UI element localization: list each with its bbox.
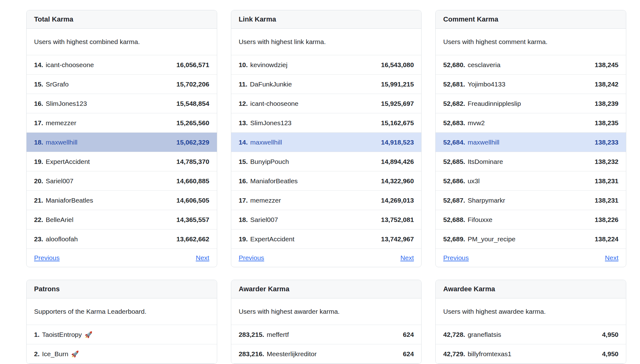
leaderboard-row[interactable]: 15. BunyipPouch 14,894,426 bbox=[231, 152, 422, 171]
row-username: billyfromtexas1 bbox=[468, 350, 511, 358]
row-username: ItsDominare bbox=[468, 158, 503, 165]
row-rank: 283,215. bbox=[239, 331, 264, 338]
row-username: maxwellhill bbox=[468, 139, 499, 146]
leaderboard-row[interactable]: 21. ManiaforBeatles 14,606,505 bbox=[27, 191, 217, 210]
previous-link[interactable]: Previous bbox=[34, 254, 60, 262]
row-karma-value: 4,950 bbox=[602, 350, 618, 358]
leaderboard-row[interactable]: 2. Ice_Burn 🚀 bbox=[27, 344, 217, 364]
leaderboard-row[interactable]: 20. Sariel007 14,660,885 bbox=[27, 171, 217, 191]
leaderboard-row[interactable]: 283,215. meffertf 624 bbox=[231, 325, 422, 344]
row-username: Freaudinnippleslip bbox=[468, 100, 521, 107]
row-username: icant-chooseone bbox=[46, 61, 94, 69]
row-karma-value: 138,233 bbox=[595, 139, 618, 146]
leaderboard-row[interactable]: 52,685. ItsDominare 138,232 bbox=[436, 152, 626, 171]
row-rank: 52,687. bbox=[443, 197, 465, 204]
leaderboard-row[interactable]: 52,684. maxwellhill 138,233 bbox=[436, 133, 626, 152]
row-rank: 52,683. bbox=[443, 119, 465, 127]
row-rank: 283,216. bbox=[239, 350, 264, 358]
previous-link[interactable]: Previous bbox=[239, 254, 264, 262]
row-karma-value: 14,606,505 bbox=[177, 197, 209, 204]
card-total-karma: Total Karma Users with highest combined … bbox=[26, 10, 217, 267]
card-title: Patrons bbox=[34, 285, 209, 293]
leaderboard-row[interactable]: 52,687. Sharpymarkr 138,231 bbox=[436, 191, 626, 210]
row-username: BelleAriel bbox=[46, 216, 73, 224]
card-description: Users with highest comment karma. bbox=[436, 29, 626, 55]
row-rank: 23. bbox=[34, 235, 43, 243]
card-awardee-karma: Awardee Karma Users with highest awardee… bbox=[435, 280, 626, 364]
leaderboard-list: 283,215. meffertf 624 283,216. Meesterli… bbox=[231, 325, 422, 364]
leaderboard-row[interactable]: 42,728. graneflatsis 4,950 bbox=[436, 325, 626, 344]
leaderboard-row[interactable]: 13. SlimJones123 15,162,675 bbox=[231, 113, 422, 133]
leaderboard-list: 42,728. graneflatsis 4,950 42,729. billy… bbox=[436, 325, 626, 364]
next-link[interactable]: Next bbox=[605, 254, 618, 262]
leaderboard-row[interactable]: 16. ManiaforBeatles 14,322,960 bbox=[231, 171, 422, 191]
leaderboard-row[interactable]: 52,686. ux3l 138,231 bbox=[436, 171, 626, 191]
leaderboard-row[interactable]: 22. BelleAriel 14,365,557 bbox=[27, 210, 217, 229]
row-karma-value: 15,991,215 bbox=[381, 81, 414, 88]
leaderboard-row[interactable]: 42,729. billyfromtexas1 4,950 bbox=[436, 344, 626, 364]
row-karma-value: 138,231 bbox=[595, 177, 618, 185]
leaderboard-row[interactable]: 17. memezzer 15,265,560 bbox=[27, 113, 217, 133]
card-patrons: Patrons Supporters of the Karma Leaderbo… bbox=[26, 280, 217, 364]
row-rank: 42,729. bbox=[443, 350, 465, 358]
card-title: Total Karma bbox=[34, 15, 209, 24]
row-username: BunyipPouch bbox=[250, 158, 289, 165]
card-link-karma: Link Karma Users with highest link karma… bbox=[231, 10, 422, 267]
leaderboard-row[interactable]: 52,682. Freaudinnippleslip 138,239 bbox=[436, 94, 626, 113]
row-rank: 52,680. bbox=[443, 61, 465, 69]
row-username: SlimJones123 bbox=[250, 119, 292, 127]
row-rank: 15. bbox=[34, 81, 43, 88]
row-rank: 17. bbox=[239, 197, 248, 204]
leaderboard-row[interactable]: 19. ExpertAccident 13,742,967 bbox=[231, 229, 422, 249]
previous-link[interactable]: Previous bbox=[443, 254, 469, 262]
leaderboard-row[interactable]: 15. SrGrafo 15,702,206 bbox=[27, 75, 217, 94]
leaderboard-row[interactable]: 283,216. Meesterlijkreditor 624 bbox=[231, 344, 422, 364]
leaderboard-row[interactable]: 52,680. cesclaveria 138,245 bbox=[436, 55, 626, 75]
row-rank: 52,685. bbox=[443, 158, 465, 165]
leaderboard-row[interactable]: 18. maxwellhill 15,062,329 bbox=[27, 133, 217, 152]
leaderboard-row[interactable]: 10. kevinowdziej 16,543,080 bbox=[231, 55, 422, 75]
card-awarder-karma: Awarder Karma Users with highest awarder… bbox=[231, 280, 422, 364]
row-username: ux3l bbox=[468, 177, 480, 185]
card-title: Link Karma bbox=[239, 15, 414, 24]
leaderboard-row[interactable]: 14. maxwellhill 14,918,523 bbox=[231, 133, 422, 152]
row-karma-value: 13,742,967 bbox=[381, 235, 414, 243]
row-username: Meesterlijkreditor bbox=[267, 350, 317, 358]
row-rank: 20. bbox=[34, 177, 43, 185]
row-karma-value: 16,543,080 bbox=[381, 61, 414, 69]
leaderboard-row[interactable]: 17. memezzer 14,269,013 bbox=[231, 191, 422, 210]
row-karma-value: 138,235 bbox=[595, 119, 618, 127]
leaderboard-row[interactable]: 1. TaoistEntropy 🚀 bbox=[27, 325, 217, 344]
row-username: TaoistEntropy bbox=[42, 331, 82, 338]
leaderboard-row[interactable]: 11. DaFunkJunkie 15,991,215 bbox=[231, 75, 422, 94]
leaderboard-row[interactable]: 52,681. Yojimbo4133 138,242 bbox=[436, 75, 626, 94]
next-link[interactable]: Next bbox=[400, 254, 414, 262]
row-karma-value: 13,752,081 bbox=[381, 216, 414, 224]
row-rank: 19. bbox=[239, 235, 248, 243]
leaderboard-row[interactable]: 18. Sariel007 13,752,081 bbox=[231, 210, 422, 229]
row-username: ExpertAccident bbox=[46, 158, 90, 165]
leaderboard-row[interactable]: 52,683. mvw2 138,235 bbox=[436, 113, 626, 133]
row-rank: 10. bbox=[239, 61, 248, 69]
row-rank: 18. bbox=[34, 139, 43, 146]
leaderboard-row[interactable]: 52,689. PM_your_recipe 138,224 bbox=[436, 229, 626, 249]
row-username: Ice_Burn bbox=[42, 350, 68, 358]
row-karma-value: 138,226 bbox=[595, 216, 618, 224]
leaderboard-row[interactable]: 14. icant-chooseone 16,056,571 bbox=[27, 55, 217, 75]
row-rank: 19. bbox=[34, 158, 43, 165]
leaderboard-row[interactable]: 19. ExpertAccident 14,785,370 bbox=[27, 152, 217, 171]
row-username: kevinowdziej bbox=[250, 61, 288, 69]
card-header: Awardee Karma bbox=[436, 280, 626, 298]
cards-grid: Total Karma Users with highest combined … bbox=[0, 0, 640, 364]
card-header: Patrons bbox=[27, 280, 217, 298]
leaderboard-row[interactable]: 52,688. Fifouxxe 138,226 bbox=[436, 210, 626, 229]
row-username: meffertf bbox=[267, 331, 289, 338]
row-username: Sariel007 bbox=[46, 177, 73, 185]
card-description: Users with highest link karma. bbox=[231, 29, 422, 55]
leaderboard-row[interactable]: 12. icant-chooseone 15,925,697 bbox=[231, 94, 422, 113]
leaderboard-row[interactable]: 16. SlimJones123 15,548,854 bbox=[27, 94, 217, 113]
row-rank: 15. bbox=[239, 158, 248, 165]
next-link[interactable]: Next bbox=[196, 254, 209, 262]
leaderboard-row[interactable]: 23. aloofloofah 13,662,662 bbox=[27, 229, 217, 249]
row-rank: 17. bbox=[34, 119, 43, 127]
